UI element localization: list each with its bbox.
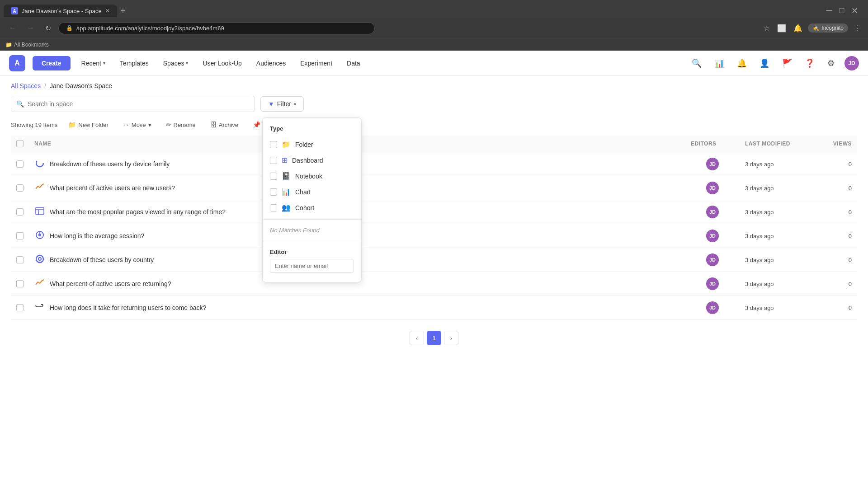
folder-checkbox[interactable]	[270, 141, 277, 148]
user-avatar[interactable]: JD	[844, 56, 859, 70]
nav-item-experiment[interactable]: Experiment	[297, 57, 336, 70]
table-row: What are the most popular pages viewed i…	[11, 200, 857, 224]
minimize-btn[interactable]: ─	[825, 6, 834, 16]
bookmark-star-btn[interactable]: ☆	[762, 22, 772, 34]
views-count: 0	[849, 257, 852, 263]
archive-button[interactable]: 🗄 Archive	[207, 119, 242, 130]
cohort-checkbox[interactable]	[270, 204, 277, 211]
address-bar[interactable]: 🔒 app.amplitude.com/analytics/moodjoy2/s…	[58, 22, 375, 34]
rename-icon: ✏	[166, 121, 171, 128]
filter-divider-2	[263, 241, 361, 241]
filter-button[interactable]: ▼ Filter ▾	[260, 96, 304, 112]
search-icon: 🔍	[16, 100, 24, 108]
forward-btn[interactable]: →	[24, 22, 38, 34]
row-checkbox[interactable]	[16, 160, 24, 168]
views-count: 0	[849, 233, 852, 239]
rename-button[interactable]: ✏ Rename	[162, 119, 199, 130]
filter-caret: ▾	[294, 102, 296, 107]
page-1-btn[interactable]: 1	[427, 331, 441, 345]
settings-nav-btn[interactable]: ⚙	[825, 56, 837, 71]
item-name-cell: How long does it take for returning user…	[34, 303, 680, 313]
breadcrumb-all-spaces[interactable]: All Spaces	[11, 82, 41, 89]
notebook-checkbox[interactable]	[270, 173, 277, 180]
filter-label: Filter	[277, 100, 291, 108]
chart-checkbox[interactable]	[270, 188, 277, 196]
extension-btn[interactable]: ⬜	[775, 22, 788, 34]
row-checkbox[interactable]	[16, 208, 24, 216]
maximize-btn[interactable]: □	[837, 6, 846, 16]
tab-title: Jane Dawson's Space - Space	[22, 8, 102, 14]
breadcrumb-current: Jane Dawson's Space	[50, 82, 112, 89]
chart-nav-btn[interactable]: 📊	[712, 56, 727, 71]
bookmarks-bar: 📁 All Bookmarks	[0, 38, 868, 51]
prev-page-btn[interactable]: ‹	[410, 331, 424, 345]
recent-caret: ▾	[103, 61, 105, 66]
new-folder-icon: 📁	[68, 121, 76, 128]
filter-option-dashboard[interactable]: ⊞ Dashboard	[263, 152, 361, 168]
item-name-text[interactable]: What percent of active users are new use…	[50, 184, 175, 192]
views-count: 0	[849, 305, 852, 311]
filter-option-chart[interactable]: 📊 Chart	[263, 184, 361, 200]
tab-close-btn[interactable]: ✕	[105, 8, 110, 14]
back-btn[interactable]: ←	[5, 22, 20, 34]
new-folder-button[interactable]: 📁 New Folder	[65, 119, 112, 130]
dashboard-checkbox[interactable]	[270, 157, 277, 164]
incognito-icon: 🕵	[812, 25, 819, 31]
col-header-modified: LAST MODIFIED	[740, 136, 812, 152]
search-nav-btn[interactable]: 🔍	[689, 56, 704, 71]
nav-item-data[interactable]: Data	[343, 57, 364, 70]
nav-item-audiences[interactable]: Audiences	[253, 57, 289, 70]
item-name-text[interactable]: Breakdown of these users by country	[50, 256, 154, 263]
top-nav: A Create Recent ▾ Templates Spaces ▾ Use…	[0, 51, 868, 76]
filter-option-cohort[interactable]: 👥 Cohort	[263, 200, 361, 216]
row-checkbox[interactable]	[16, 280, 24, 287]
browser-toolbar: ← → ↻ 🔒 app.amplitude.com/analytics/mood…	[0, 18, 868, 38]
views-count: 0	[849, 161, 852, 168]
nav-item-templates[interactable]: Templates	[116, 57, 152, 70]
notebook-icon: 📓	[282, 172, 291, 180]
item-name-text[interactable]: How long is the average session?	[50, 232, 144, 239]
filter-option-folder[interactable]: 📁 Folder	[263, 136, 361, 152]
editor-avatar: JD	[706, 301, 719, 314]
active-tab[interactable]: A Jane Dawson's Space - Space ✕	[4, 5, 117, 17]
row-checkbox[interactable]	[16, 304, 24, 311]
nav-item-recent[interactable]: Recent ▾	[78, 57, 109, 70]
row-checkbox[interactable]	[16, 256, 24, 263]
cohort-label: Cohort	[295, 204, 314, 211]
row-checkbox[interactable]	[16, 232, 24, 239]
dashboard-label: Dashboard	[292, 157, 323, 164]
nav-item-spaces[interactable]: Spaces ▾	[160, 57, 192, 70]
move-button[interactable]: ↔ Move ▾	[119, 119, 155, 130]
amplitude-logo[interactable]: A	[9, 55, 25, 71]
svg-point-7	[36, 255, 43, 263]
reload-btn[interactable]: ↻	[42, 22, 55, 34]
user-nav-btn[interactable]: 👤	[757, 56, 772, 71]
row-checkbox[interactable]	[16, 184, 24, 192]
cohort-icon: 👥	[282, 203, 291, 212]
bell-nav-btn[interactable]: 🔔	[734, 56, 750, 71]
chart-label: Chart	[295, 188, 311, 196]
item-name-text[interactable]: What are the most popular pages viewed i…	[50, 208, 226, 216]
item-name-text[interactable]: How long does it take for returning user…	[50, 304, 206, 311]
new-tab-button[interactable]: +	[117, 5, 129, 18]
item-name-text[interactable]: What percent of active users are returni…	[50, 280, 171, 287]
search-input[interactable]	[11, 96, 255, 112]
flag-nav-btn[interactable]: 🚩	[779, 56, 795, 71]
notification-btn[interactable]: 🔔	[792, 22, 804, 34]
nav-item-user-lookup[interactable]: User Look-Up	[199, 57, 245, 70]
editor-filter-input[interactable]	[270, 259, 354, 273]
create-button[interactable]: Create	[33, 56, 71, 70]
table-row: What percent of active users are new use…	[11, 176, 857, 200]
filter-option-notebook[interactable]: 📓 Notebook	[263, 168, 361, 184]
menu-btn[interactable]: ⋮	[852, 22, 863, 34]
next-page-btn[interactable]: ›	[444, 331, 458, 345]
all-bookmarks-link[interactable]: 📁 All Bookmarks	[5, 42, 49, 48]
window-controls: ─ □ ✕	[819, 6, 864, 16]
table-row: Breakdown of these users by country JD 3…	[11, 248, 857, 272]
select-all-checkbox[interactable]	[16, 140, 24, 147]
lock-icon: 🔒	[66, 25, 73, 31]
close-btn[interactable]: ✕	[850, 6, 859, 16]
modified-date: 3 days ago	[745, 161, 774, 168]
help-nav-btn[interactable]: ❓	[802, 56, 817, 71]
item-name-text[interactable]: Breakdown of these users by device famil…	[50, 160, 170, 168]
